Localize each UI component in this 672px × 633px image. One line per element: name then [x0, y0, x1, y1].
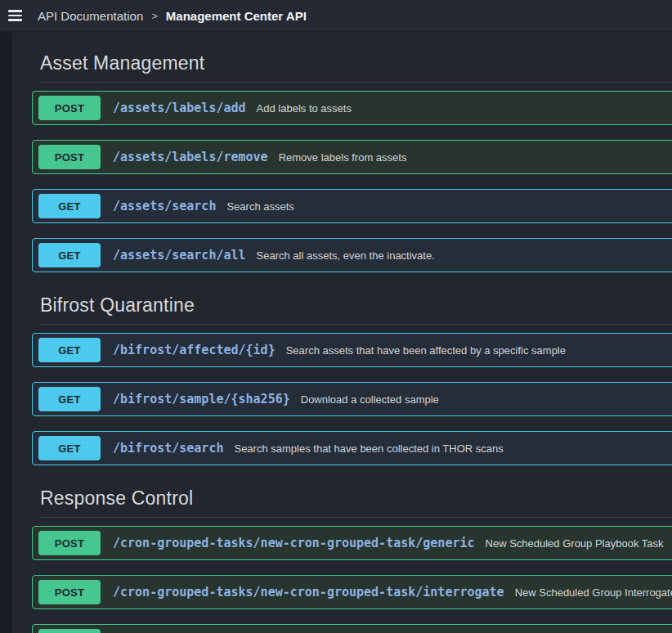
breadcrumb-separator-icon: > [151, 10, 158, 22]
api-section: Bifrost Quarantine GET /bifrost/affected… [32, 294, 672, 465]
endpoint-row[interactable]: GET /bifrost/affected/{id} Search assets… [32, 333, 672, 367]
endpoint-path: /assets/search/all [113, 248, 246, 263]
section-heading: Response Control [40, 487, 672, 510]
endpoint-description: Search assets that have been affected by… [286, 344, 566, 357]
endpoint-description: Search all assets, even the inactivate. [257, 249, 435, 262]
endpoint-description: Remove labels from assets [279, 151, 407, 164]
section-heading: Bifrost Quarantine [40, 294, 672, 316]
endpoint-list: POST /cron-grouped-tasks/new-cron-groupe… [32, 526, 672, 633]
menu-icon[interactable] [7, 5, 28, 26]
endpoint-path: /assets/labels/remove [113, 150, 268, 164]
method-badge: POST [38, 145, 101, 169]
endpoint-path: /assets/labels/add [113, 101, 246, 115]
section-divider [40, 517, 672, 518]
left-gutter [0, 33, 11, 633]
endpoint-row[interactable]: POST /cron-grouped-tasks/new-cron-groupe… [32, 575, 672, 609]
method-badge: GET [38, 243, 101, 267]
section-divider [40, 82, 672, 83]
endpoint-path: /cron-grouped-tasks/new-cron-grouped-tas… [113, 585, 504, 599]
method-badge: POST [38, 96, 101, 120]
endpoint-row[interactable]: GET /bifrost/search Search samples that … [32, 431, 672, 465]
endpoint-description: New Scheduled Group Interrogate [515, 586, 672, 599]
breadcrumb-api-documentation[interactable]: API Documentation [38, 9, 143, 23]
endpoint-path: /bifrost/search [113, 441, 223, 456]
endpoint-row[interactable]: POST /assets/labels/add Add labels to as… [32, 91, 672, 125]
method-badge: GET [38, 338, 101, 362]
endpoint-row[interactable]: POST /assets/labels/remove Remove labels… [32, 140, 672, 174]
endpoint-description: Add labels to assets [257, 102, 352, 114]
method-badge: GET [38, 436, 101, 460]
endpoint-path: /cron-grouped-tasks/new-cron-grouped-tas… [113, 536, 475, 550]
endpoint-description: New Scheduled Group Playbook Task [486, 537, 664, 550]
method-badge: POST [38, 531, 101, 555]
endpoint-description: Search assets [226, 200, 293, 213]
section-heading: Asset Management [40, 52, 672, 74]
endpoint-list: POST /assets/labels/add Add labels to as… [32, 91, 672, 272]
method-badge: GET [38, 387, 101, 411]
endpoint-description: Search samples that have been collected … [234, 442, 503, 455]
endpoint-path: /bifrost/affected/{id} [113, 343, 276, 357]
endpoint-row[interactable]: GET /assets/search Search assets [32, 189, 672, 223]
api-section: Asset Management POST /assets/labels/add… [32, 52, 672, 272]
method-badge: GET [38, 194, 101, 218]
endpoint-row[interactable]: POST /cron-grouped-tasks/new-cron-groupe… [32, 526, 672, 560]
endpoint-path: /bifrost/sample/{sha256} [113, 392, 290, 406]
breadcrumb: API Documentation > Management Center AP… [38, 9, 307, 23]
endpoint-row[interactable]: GET /bifrost/sample/{sha256} Download a … [32, 382, 672, 416]
content: Asset Management POST /assets/labels/add… [11, 33, 672, 633]
method-badge: POST [38, 580, 101, 604]
endpoint-list: GET /bifrost/affected/{id} Search assets… [32, 333, 672, 465]
top-bar: API Documentation > Management Center AP… [0, 0, 672, 33]
endpoint-row[interactable]: POST [32, 624, 672, 633]
breadcrumb-current-page: Management Center API [166, 9, 307, 23]
api-section: Response Control POST /cron-grouped-task… [32, 487, 672, 633]
section-divider [40, 324, 672, 325]
endpoint-path: /assets/search [113, 199, 216, 213]
endpoint-description: Download a collected sample [301, 393, 439, 406]
endpoint-row[interactable]: GET /assets/search/all Search all assets… [32, 238, 672, 272]
method-badge: POST [38, 629, 101, 633]
